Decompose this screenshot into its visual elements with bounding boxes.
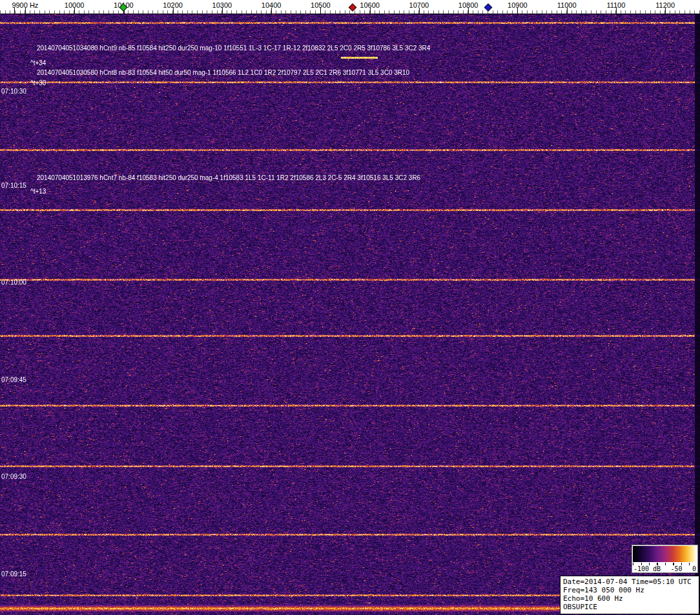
frequency-ruler[interactable]: 9900 Hz100001010010200103001040010500106… [0, 0, 700, 14]
detection-annotation: 20140704051034080 hCnt9 nb-85 f10584 hit… [37, 45, 430, 52]
info-station-name: OBSUPICE [563, 603, 696, 611]
detection-annotation: ^t+13 [30, 188, 46, 195]
freq-tick-label: 11100 [606, 1, 625, 9]
freq-tick-label: 9900 Hz [12, 1, 38, 9]
time-axis-label: 07:09:45 [1, 376, 26, 383]
time-axis-label: 07:10:00 [1, 279, 26, 286]
info-date-time: Date=2014-07-04 Time=05:10 UTC [563, 578, 696, 586]
time-axis-label: 07:09:30 [1, 473, 26, 480]
colorbar-gradient [633, 546, 697, 562]
spectrogram-canvas[interactable] [0, 14, 700, 615]
info-echo-freq: Echo=10 600 Hz [563, 594, 696, 603]
freq-tick-label: 10000 [65, 1, 85, 9]
spectrogram-app-window: 9900 Hz100001010010200103001040010500106… [0, 0, 700, 615]
colorbar-mid-label: -50 [671, 565, 683, 572]
freq-tick-label: 10900 [508, 1, 528, 9]
freq-tick-label: 11200 [655, 1, 675, 9]
freq-tick-label: 10800 [458, 1, 479, 9]
time-axis-label: 07:10:15 [1, 182, 26, 189]
time-axis-label: 07:10:30 [1, 88, 26, 95]
detection-annotation: ^t+30 [30, 79, 46, 86]
colorbar-labels: -100 dB -50 0 [633, 565, 696, 572]
intensity-colorbar: -100 dB -50 0 [632, 545, 698, 573]
info-frequency: Freq=143 050 000 Hz [563, 586, 696, 594]
colorbar-max-label: 0 [692, 565, 696, 572]
freq-tick-label: 10300 [212, 1, 232, 9]
freq-tick-label: 10600 [360, 1, 380, 9]
detection-annotation: 20140704051013976 hCnt7 nb-84 f10583 hit… [37, 174, 420, 181]
freq-tick-label: 10200 [163, 1, 183, 9]
time-axis-label: 07:09:15 [1, 570, 26, 578]
observation-info-box: Date=2014-07-04 Time=05:10 UTC Freq=143 … [560, 576, 699, 614]
freq-tick-label: 10400 [262, 1, 282, 9]
freq-tick-label: 11000 [557, 1, 577, 9]
detection-annotation: ^t+34 [30, 59, 46, 66]
freq-tick-label: 10500 [311, 1, 331, 9]
freq-tick-label: 10700 [409, 1, 429, 9]
colorbar-min-label: -100 dB [633, 565, 661, 572]
detection-annotation: 20140704051030580 hCnt8 nb-83 f10554 hit… [37, 69, 409, 76]
